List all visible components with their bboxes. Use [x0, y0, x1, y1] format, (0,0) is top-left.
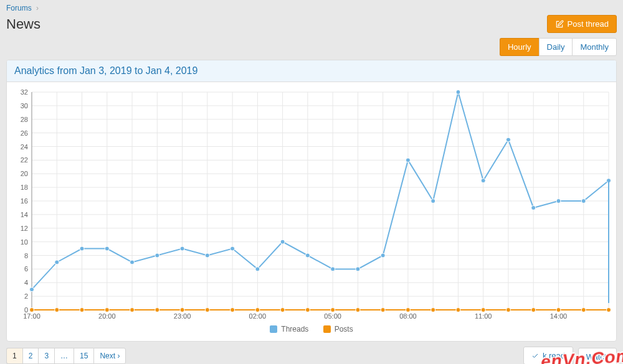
svg-text:20: 20	[21, 170, 28, 177]
svg-text:23:00: 23:00	[174, 312, 191, 320]
svg-point-72	[130, 260, 135, 264]
mark-read-button[interactable]: k read	[523, 347, 573, 364]
analytics-chart: 0246810121416182022242628303217:0020:002…	[9, 86, 615, 322]
page-1[interactable]: 1	[6, 348, 22, 364]
svg-point-84	[431, 199, 435, 203]
svg-point-109	[456, 308, 460, 312]
svg-text:17:00: 17:00	[23, 312, 40, 320]
svg-point-80	[331, 267, 335, 271]
svg-text:10: 10	[21, 238, 28, 246]
svg-text:2: 2	[24, 292, 28, 300]
svg-point-87	[506, 138, 510, 142]
svg-point-82	[381, 253, 385, 258]
svg-point-100	[231, 308, 235, 312]
svg-text:12: 12	[21, 225, 28, 232]
chevron-right-icon: ›	[36, 4, 39, 12]
filter-hourly[interactable]: Hourly	[500, 38, 539, 56]
page-2[interactable]: 2	[22, 348, 39, 364]
svg-point-70	[80, 246, 84, 251]
filter-monthly[interactable]: Monthly	[572, 38, 617, 56]
post-thread-button[interactable]: Post thread	[547, 15, 617, 33]
svg-point-68	[30, 287, 34, 292]
page-ellipsis: …	[54, 348, 74, 364]
panel-title: Analytics from Jan 3, 2019 to Jan 4, 201…	[7, 60, 616, 82]
svg-text:8: 8	[24, 252, 28, 259]
svg-point-92	[30, 308, 34, 312]
svg-point-71	[105, 246, 109, 251]
time-filter: Hourly Daily Monthly	[0, 38, 623, 60]
breadcrumb: Forums ›	[0, 0, 623, 14]
svg-point-99	[205, 308, 209, 312]
mark-read-label: k read	[543, 351, 565, 360]
svg-point-74	[180, 246, 184, 251]
svg-point-102	[280, 308, 285, 312]
analytics-panel: Analytics from Jan 3, 2019 to Jan 4, 201…	[6, 60, 617, 342]
svg-point-81	[356, 267, 360, 271]
svg-text:02:00: 02:00	[249, 312, 267, 320]
svg-text:24: 24	[21, 143, 28, 151]
check-icon	[531, 352, 539, 360]
svg-point-103	[305, 308, 310, 312]
legend-threads-label: Threads	[281, 325, 308, 334]
svg-point-90	[581, 199, 586, 203]
svg-text:08:00: 08:00	[399, 312, 417, 320]
svg-point-76	[231, 246, 235, 251]
svg-point-89	[556, 199, 561, 203]
svg-point-113	[556, 308, 561, 312]
edit-icon	[555, 20, 564, 29]
chart-legend: Threads Posts	[9, 322, 614, 338]
svg-text:32: 32	[21, 88, 28, 96]
svg-point-110	[481, 308, 485, 312]
svg-text:16: 16	[21, 197, 28, 205]
svg-point-73	[155, 253, 159, 258]
svg-point-77	[255, 267, 260, 271]
svg-text:20:00: 20:00	[98, 312, 116, 320]
svg-point-111	[506, 308, 510, 312]
svg-point-86	[481, 179, 485, 183]
svg-point-105	[356, 308, 360, 312]
svg-point-106	[381, 308, 385, 312]
page-3[interactable]: 3	[38, 348, 54, 364]
svg-point-98	[180, 308, 184, 312]
svg-point-108	[431, 308, 435, 312]
legend-posts[interactable]: Posts	[323, 325, 353, 334]
svg-text:26: 26	[21, 129, 28, 137]
svg-text:14:00: 14:00	[550, 312, 568, 320]
svg-point-94	[80, 308, 84, 312]
svg-point-104	[331, 308, 335, 312]
svg-point-115	[607, 308, 611, 312]
page-15[interactable]: 15	[74, 348, 93, 364]
svg-point-101	[255, 308, 260, 312]
svg-point-83	[406, 158, 410, 162]
post-thread-label: Post thread	[568, 19, 609, 29]
svg-point-96	[130, 308, 135, 312]
page-next[interactable]: Next ›	[93, 348, 126, 364]
svg-text:11:00: 11:00	[475, 312, 492, 320]
legend-posts-label: Posts	[335, 325, 353, 334]
svg-text:14: 14	[21, 211, 28, 218]
pagination: 1 2 3 … 15 Next ›	[6, 348, 126, 364]
svg-point-114	[581, 308, 586, 312]
svg-text:28: 28	[21, 116, 28, 123]
svg-text:30: 30	[21, 102, 28, 110]
svg-point-112	[531, 308, 536, 312]
svg-point-107	[406, 308, 410, 312]
watch-button[interactable]: Watch	[578, 348, 617, 365]
svg-point-85	[456, 90, 460, 95]
svg-point-75	[205, 253, 209, 258]
filter-daily[interactable]: Daily	[539, 38, 573, 56]
legend-swatch-threads	[270, 325, 277, 333]
legend-swatch-posts	[323, 325, 331, 333]
svg-point-79	[305, 253, 310, 258]
breadcrumb-link[interactable]: Forums	[6, 4, 32, 12]
svg-point-88	[531, 205, 536, 210]
page-title: News	[6, 16, 547, 32]
svg-point-93	[55, 308, 59, 312]
svg-text:18: 18	[21, 184, 28, 191]
legend-threads[interactable]: Threads	[270, 325, 308, 334]
svg-point-95	[105, 308, 109, 312]
svg-text:05:00: 05:00	[324, 312, 341, 320]
svg-text:4: 4	[24, 279, 28, 286]
svg-point-78	[280, 240, 285, 244]
svg-point-97	[155, 308, 159, 312]
